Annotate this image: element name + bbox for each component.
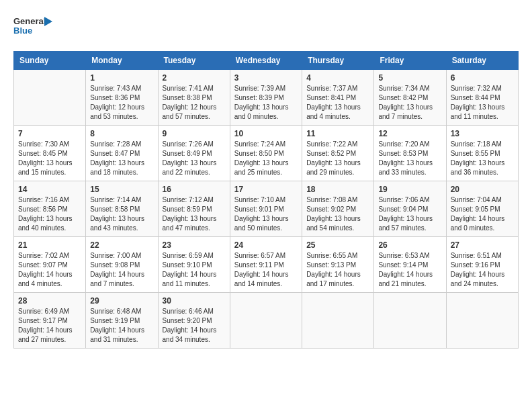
day-info: Sunrise: 7:41 AMSunset: 8:38 PMDaylight:… [163,84,226,122]
day-number: 22 [90,240,153,250]
day-info: Sunrise: 7:43 AMSunset: 8:36 PMDaylight:… [90,84,153,122]
day-cell: 27Sunrise: 6:51 AMSunset: 9:16 PMDayligh… [446,237,518,293]
day-number: 21 [18,240,81,250]
day-info: Sunrise: 7:08 AMSunset: 9:02 PMDaylight:… [306,195,369,233]
calendar-header: SundayMondayTuesdayWednesdayThursdayFrid… [14,52,519,70]
day-info: Sunrise: 7:12 AMSunset: 8:59 PMDaylight:… [163,195,226,233]
day-info: Sunrise: 6:53 AMSunset: 9:14 PMDaylight:… [378,251,441,289]
day-cell: 19Sunrise: 7:06 AMSunset: 9:04 PMDayligh… [374,181,446,237]
header-cell-sunday: Sunday [14,52,86,70]
day-cell: 20Sunrise: 7:04 AMSunset: 9:05 PMDayligh… [446,181,518,237]
logo-svg: General Blue [13,13,54,40]
day-info: Sunrise: 7:04 AMSunset: 9:05 PMDaylight:… [451,195,514,233]
header-row: SundayMondayTuesdayWednesdayThursdayFrid… [14,52,519,70]
day-cell: 8Sunrise: 7:28 AMSunset: 8:47 PMDaylight… [86,126,158,181]
day-number: 6 [451,73,514,83]
day-cell: 18Sunrise: 7:08 AMSunset: 9:02 PMDayligh… [302,181,374,237]
week-row-4: 21Sunrise: 7:02 AMSunset: 9:07 PMDayligh… [14,237,519,293]
calendar-body: 1Sunrise: 7:43 AMSunset: 8:36 PMDaylight… [14,70,519,349]
day-info: Sunrise: 7:14 AMSunset: 8:58 PMDaylight:… [90,195,153,233]
day-cell: 11Sunrise: 7:22 AMSunset: 8:52 PMDayligh… [302,126,374,181]
day-cell [230,293,302,349]
day-cell: 23Sunrise: 6:59 AMSunset: 9:10 PMDayligh… [158,237,230,293]
day-number: 29 [90,296,153,306]
day-cell [14,70,86,126]
day-number: 28 [18,296,81,306]
day-number: 3 [234,73,298,83]
day-info: Sunrise: 6:59 AMSunset: 9:10 PMDaylight:… [163,251,226,289]
day-number: 16 [163,185,226,194]
day-info: Sunrise: 7:02 AMSunset: 9:07 PMDaylight:… [18,251,81,289]
day-info: Sunrise: 6:57 AMSunset: 9:11 PMDaylight:… [234,251,298,289]
day-info: Sunrise: 6:51 AMSunset: 9:16 PMDaylight:… [451,251,514,289]
day-number: 18 [306,185,369,194]
day-info: Sunrise: 7:32 AMSunset: 8:44 PMDaylight:… [451,84,514,122]
day-number: 8 [90,129,153,138]
day-number: 27 [451,240,514,250]
day-cell: 12Sunrise: 7:20 AMSunset: 8:53 PMDayligh… [374,126,446,181]
calendar-table: SundayMondayTuesdayWednesdayThursdayFrid… [13,51,519,349]
svg-text:Blue: Blue [13,26,32,36]
day-info: Sunrise: 7:20 AMSunset: 8:53 PMDaylight:… [378,140,441,177]
day-info: Sunrise: 7:24 AMSunset: 8:50 PMDaylight:… [234,140,298,177]
day-info: Sunrise: 7:34 AMSunset: 8:42 PMDaylight:… [378,84,441,122]
logo: General Blue [13,13,54,40]
header-cell-wednesday: Wednesday [230,52,302,70]
day-number: 24 [234,240,298,250]
day-number: 25 [306,240,369,250]
day-cell [374,293,446,349]
day-number: 13 [451,129,514,138]
day-info: Sunrise: 7:00 AMSunset: 9:08 PMDaylight:… [90,251,153,289]
day-cell: 21Sunrise: 7:02 AMSunset: 9:07 PMDayligh… [14,237,86,293]
day-cell: 25Sunrise: 6:55 AMSunset: 9:13 PMDayligh… [302,237,374,293]
day-cell: 30Sunrise: 6:46 AMSunset: 9:20 PMDayligh… [158,293,230,349]
day-info: Sunrise: 6:48 AMSunset: 9:19 PMDaylight:… [90,307,153,345]
day-number: 1 [90,73,153,83]
day-number: 23 [163,240,226,250]
day-info: Sunrise: 6:49 AMSunset: 9:17 PMDaylight:… [18,307,81,345]
day-cell: 6Sunrise: 7:32 AMSunset: 8:44 PMDaylight… [446,70,518,126]
svg-text:General: General [13,16,46,26]
day-number: 11 [306,129,369,138]
day-cell: 16Sunrise: 7:12 AMSunset: 8:59 PMDayligh… [158,181,230,237]
day-cell [446,293,518,349]
day-cell: 14Sunrise: 7:16 AMSunset: 8:56 PMDayligh… [14,181,86,237]
svg-marker-2 [44,17,52,26]
header-cell-thursday: Thursday [302,52,374,70]
day-cell: 3Sunrise: 7:39 AMSunset: 8:39 PMDaylight… [230,70,302,126]
day-cell: 22Sunrise: 7:00 AMSunset: 9:08 PMDayligh… [86,237,158,293]
day-cell: 4Sunrise: 7:37 AMSunset: 8:41 PMDaylight… [302,70,374,126]
header-cell-tuesday: Tuesday [158,52,230,70]
day-cell: 28Sunrise: 6:49 AMSunset: 9:17 PMDayligh… [14,293,86,349]
day-number: 12 [378,129,441,138]
day-cell: 2Sunrise: 7:41 AMSunset: 8:38 PMDaylight… [158,70,230,126]
day-cell [302,293,374,349]
day-number: 19 [378,185,441,194]
day-info: Sunrise: 7:18 AMSunset: 8:55 PMDaylight:… [451,140,514,177]
header-cell-monday: Monday [86,52,158,70]
day-number: 17 [234,185,298,194]
day-cell: 10Sunrise: 7:24 AMSunset: 8:50 PMDayligh… [230,126,302,181]
day-number: 10 [234,129,298,138]
day-number: 30 [163,296,226,306]
header-cell-friday: Friday [374,52,446,70]
day-cell: 26Sunrise: 6:53 AMSunset: 9:14 PMDayligh… [374,237,446,293]
day-cell: 13Sunrise: 7:18 AMSunset: 8:55 PMDayligh… [446,126,518,181]
day-number: 2 [163,73,226,83]
day-cell: 15Sunrise: 7:14 AMSunset: 8:58 PMDayligh… [86,181,158,237]
day-number: 20 [451,185,514,194]
day-info: Sunrise: 7:30 AMSunset: 8:45 PMDaylight:… [18,140,81,177]
week-row-1: 1Sunrise: 7:43 AMSunset: 8:36 PMDaylight… [14,70,519,126]
day-info: Sunrise: 7:10 AMSunset: 9:01 PMDaylight:… [234,195,298,233]
day-info: Sunrise: 7:16 AMSunset: 8:56 PMDaylight:… [18,195,81,233]
header-cell-saturday: Saturday [446,52,518,70]
day-number: 14 [18,185,81,194]
day-cell: 24Sunrise: 6:57 AMSunset: 9:11 PMDayligh… [230,237,302,293]
day-info: Sunrise: 7:06 AMSunset: 9:04 PMDaylight:… [378,195,441,233]
day-info: Sunrise: 7:39 AMSunset: 8:39 PMDaylight:… [234,84,298,122]
week-row-2: 7Sunrise: 7:30 AMSunset: 8:45 PMDaylight… [14,126,519,181]
day-info: Sunrise: 6:55 AMSunset: 9:13 PMDaylight:… [306,251,369,289]
day-number: 4 [306,73,369,83]
day-info: Sunrise: 7:26 AMSunset: 8:49 PMDaylight:… [163,140,226,177]
day-info: Sunrise: 6:46 AMSunset: 9:20 PMDaylight:… [163,307,226,345]
